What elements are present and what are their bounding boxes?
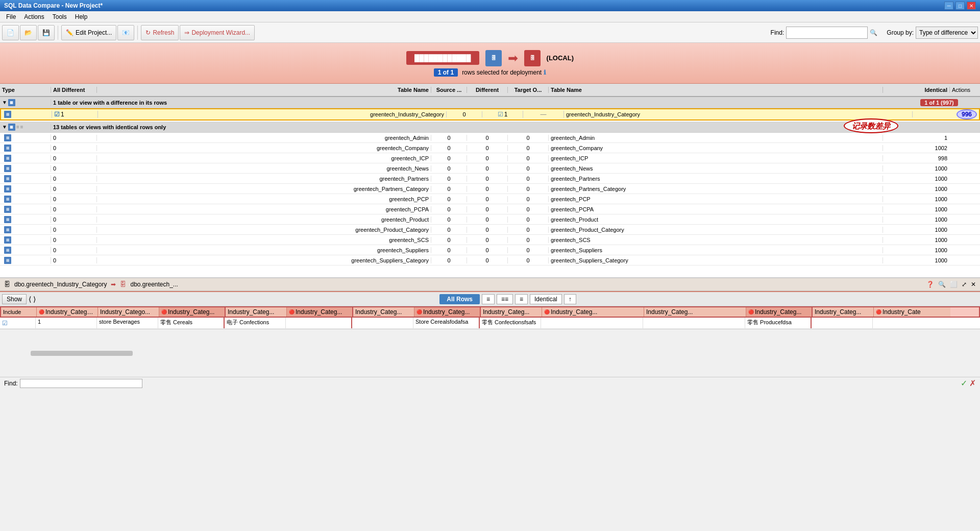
row-table-icon: ▦ [4, 236, 11, 244]
row1-diff-icon: — [541, 111, 547, 118]
menu-tools[interactable]: Tools [48, 12, 71, 21]
row-type-cell: ▦ [0, 134, 51, 141]
row-source: 0 [431, 216, 467, 223]
row-industry-category[interactable]: ▦ ☑ 1 greentech_Industry_Category 0 ☑ 1 … [0, 108, 980, 120]
table-row[interactable]: ▦ 0 greentech_PCP 0 0 0 greentech_PCP 10… [0, 194, 980, 204]
edit-project-button[interactable]: ✏️ Edit Project... [61, 25, 116, 40]
table-row[interactable]: ▦ 0 greentech_Admin 0 0 0 greentech_Admi… [0, 133, 980, 143]
minimize-button[interactable]: ─ [944, 2, 953, 10]
deployment-wizard-button[interactable]: ⇒ Deployment Wizard... [180, 25, 255, 40]
maximize-button[interactable]: □ [955, 2, 965, 10]
row-num: 0 [51, 145, 97, 151]
row1-num: 1 [61, 111, 64, 118]
row-source: 0 [431, 176, 467, 182]
menu-help[interactable]: Help [71, 12, 92, 21]
col-actions-header: Actions [949, 87, 980, 93]
row-table-icon: ▦ [4, 196, 11, 203]
section-different[interactable]: ▼ ▦ 1 table or view with a difference in… [0, 97, 980, 108]
col-hdr-12: Industry_Categ... [813, 307, 874, 317]
backup-button[interactable]: 📧 [117, 25, 134, 40]
table-row[interactable]: ▦ 0 greentech_Suppliers_Category 0 0 0 g… [0, 255, 980, 266]
row-type-cell: ▦ [0, 185, 51, 192]
table-row[interactable]: ▦ 0 greentech_SCS 0 0 0 greentech_SCS 10… [0, 235, 980, 245]
row-table-tgt: greentech_Partners_Category [549, 186, 883, 192]
row-different: 0 [467, 186, 508, 192]
tab-all-rows[interactable]: All Rows [439, 294, 480, 304]
row1-identical-badge: 996 [957, 109, 977, 119]
col-hdr-13-text: Industry_Cate [883, 308, 921, 316]
row-table-icon: ▦ [4, 257, 11, 264]
cell-4: 电子 Confections [225, 318, 286, 328]
section-identical[interactable]: ▼ ▦ ≡ ≡ 13 tables or views with identica… [0, 122, 980, 133]
find-ok-icon[interactable]: ✓ [961, 378, 967, 388]
deploy-help-icon[interactable]: ℹ [544, 69, 546, 76]
tab-identical[interactable]: Identical [530, 294, 562, 304]
table-row[interactable]: ▦ 0 greentech_Company 0 0 0 greentech_Co… [0, 143, 980, 153]
help-btn[interactable]: ❓ [926, 281, 934, 288]
col-table-name-src: Table Name [97, 87, 431, 93]
source-connection: ████████████ [406, 51, 479, 65]
find-bar-label: Find: [4, 380, 18, 387]
table-row[interactable]: ▦ 0 greentech_Partners 0 0 0 greentech_P… [0, 174, 980, 184]
expand-icon-2[interactable]: ▼ [2, 124, 7, 130]
tab-filter-3[interactable]: ≡ [515, 294, 528, 304]
tab-filter-2[interactable]: ≡≡ [497, 294, 513, 304]
row-different: 0 [467, 145, 508, 151]
row-table-icon: ▦ [4, 134, 11, 141]
row-identical: 1000 [898, 237, 949, 243]
menu-file[interactable]: File [2, 12, 20, 21]
section2-num-icon: ≡ [16, 124, 19, 130]
section-table-icon-1: ▦ [8, 99, 15, 106]
col-hdr-10-text: Industry_Categ... [646, 308, 693, 316]
col-type: Type [0, 87, 51, 93]
find-bar-input[interactable] [20, 379, 142, 388]
bottom-hscrollbar[interactable] [0, 329, 980, 377]
groupby-select[interactable]: Type of difference [916, 27, 978, 39]
tab-upload[interactable]: ↑ [564, 294, 576, 304]
table-row[interactable]: ▦ 0 greentech_Product_Category 0 0 0 gre… [0, 225, 980, 235]
new-button[interactable]: 📄 [2, 25, 19, 40]
refresh-button[interactable]: ↻ Refresh [141, 25, 179, 40]
open-button[interactable]: 📂 [20, 25, 37, 40]
find-search-icon[interactable]: 🔍 [870, 29, 877, 36]
section1-type-cell: ▼ ▦ [0, 99, 51, 106]
window-controls[interactable]: ─ □ ✕ [944, 2, 976, 10]
groupby-section: Group by: Type of difference [887, 27, 978, 39]
table-row[interactable]: ▦ 0 greentech_ICP 0 0 0 greentech_ICP 99… [0, 153, 980, 163]
zoom-in-icon[interactable]: 🔍 [938, 281, 946, 288]
row-different: 0 [467, 135, 508, 141]
nav-icon-2[interactable]: ⟩ [33, 295, 36, 303]
row-identical: 1000 [898, 206, 949, 212]
row-table-tgt: greentech_News [549, 165, 883, 172]
row-target: 0 [508, 206, 549, 212]
row1-checkbox[interactable]: ☑ [54, 111, 60, 118]
find-cancel-icon[interactable]: ✗ [969, 378, 976, 388]
table-row[interactable]: ▦ 0 greentech_News 0 0 0 greentech_News … [0, 163, 980, 174]
tab-filter-1[interactable]: ≡ [482, 294, 495, 304]
find-input[interactable] [786, 27, 868, 39]
table-row[interactable]: ▦ 0 greentech_Product 0 0 0 greentech_Pr… [0, 214, 980, 225]
edit-project-label: Edit Project... [76, 29, 112, 36]
row-check[interactable]: ☑ [2, 320, 8, 327]
expand-icon-1[interactable]: ▼ [2, 100, 7, 105]
close-button[interactable]: ✕ [967, 2, 976, 10]
scrollbar-thumb[interactable] [31, 351, 133, 356]
nav-icon-1[interactable]: ⟨ [29, 295, 31, 303]
cell-9 [541, 318, 643, 328]
close-panel-icon[interactable]: ✕ [971, 281, 976, 288]
col-hdr-4-text: Industry_Categ... [228, 308, 274, 316]
table-row[interactable]: ▦ 0 greentech_PCPA 0 0 0 greentech_PCPA … [0, 204, 980, 214]
row1-identical-wrapper: 996 [928, 111, 979, 118]
menu-actions[interactable]: Actions [20, 12, 48, 21]
row-table-icon: ▦ [4, 216, 11, 223]
col-hdr-2-text: Industry_Catego... [100, 308, 150, 316]
save-button[interactable]: 💾 [38, 25, 55, 40]
bottom-tgt-icon: 🗄 [120, 281, 126, 288]
fullscreen-icon[interactable]: ⤢ [962, 281, 967, 288]
row-table-src: greentech_PCP [97, 196, 431, 202]
zoom-out-icon[interactable]: ⬜ [950, 281, 958, 288]
table-row[interactable]: ▦ 0 greentech_Partners_Category 0 0 0 gr… [0, 184, 980, 194]
table-row[interactable]: ▦ 0 greentech_Suppliers 0 0 0 greentech_… [0, 245, 980, 255]
show-button[interactable]: Show [2, 294, 27, 304]
row-table-icon: ▦ [4, 185, 11, 192]
